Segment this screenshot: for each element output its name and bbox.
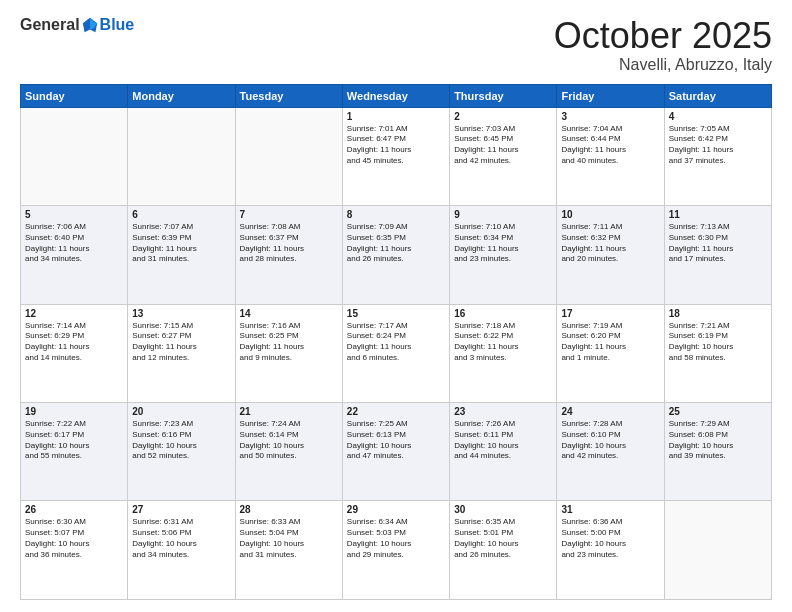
calendar-cell: 15Sunrise: 7:17 AM Sunset: 6:24 PM Dayli…	[342, 304, 449, 402]
day-number: 16	[454, 308, 552, 319]
day-info: Sunrise: 7:14 AM Sunset: 6:29 PM Dayligh…	[25, 321, 123, 364]
day-number: 26	[25, 504, 123, 515]
weekday-header-sunday: Sunday	[21, 84, 128, 107]
day-number: 10	[561, 209, 659, 220]
day-info: Sunrise: 7:16 AM Sunset: 6:25 PM Dayligh…	[240, 321, 338, 364]
calendar-week-row: 1Sunrise: 7:01 AM Sunset: 6:47 PM Daylig…	[21, 107, 772, 205]
calendar-cell: 24Sunrise: 7:28 AM Sunset: 6:10 PM Dayli…	[557, 403, 664, 501]
calendar-cell: 9Sunrise: 7:10 AM Sunset: 6:34 PM Daylig…	[450, 206, 557, 304]
page-header: General Blue October 2025 Navelli, Abruz…	[20, 16, 772, 74]
calendar-week-row: 12Sunrise: 7:14 AM Sunset: 6:29 PM Dayli…	[21, 304, 772, 402]
calendar-cell	[664, 501, 771, 600]
day-number: 28	[240, 504, 338, 515]
calendar-week-row: 19Sunrise: 7:22 AM Sunset: 6:17 PM Dayli…	[21, 403, 772, 501]
weekday-header-monday: Monday	[128, 84, 235, 107]
day-number: 11	[669, 209, 767, 220]
calendar-table: SundayMondayTuesdayWednesdayThursdayFrid…	[20, 84, 772, 600]
day-number: 21	[240, 406, 338, 417]
day-info: Sunrise: 7:23 AM Sunset: 6:16 PM Dayligh…	[132, 419, 230, 462]
calendar-cell	[128, 107, 235, 205]
calendar-cell: 23Sunrise: 7:26 AM Sunset: 6:11 PM Dayli…	[450, 403, 557, 501]
calendar-cell: 26Sunrise: 6:30 AM Sunset: 5:07 PM Dayli…	[21, 501, 128, 600]
logo-general-text: General	[20, 16, 80, 34]
day-number: 3	[561, 111, 659, 122]
calendar-week-row: 26Sunrise: 6:30 AM Sunset: 5:07 PM Dayli…	[21, 501, 772, 600]
calendar-cell: 8Sunrise: 7:09 AM Sunset: 6:35 PM Daylig…	[342, 206, 449, 304]
calendar-cell: 11Sunrise: 7:13 AM Sunset: 6:30 PM Dayli…	[664, 206, 771, 304]
day-number: 6	[132, 209, 230, 220]
day-info: Sunrise: 6:35 AM Sunset: 5:01 PM Dayligh…	[454, 517, 552, 560]
day-info: Sunrise: 6:33 AM Sunset: 5:04 PM Dayligh…	[240, 517, 338, 560]
calendar-cell: 28Sunrise: 6:33 AM Sunset: 5:04 PM Dayli…	[235, 501, 342, 600]
day-number: 31	[561, 504, 659, 515]
day-number: 5	[25, 209, 123, 220]
day-number: 8	[347, 209, 445, 220]
day-number: 20	[132, 406, 230, 417]
calendar-cell: 13Sunrise: 7:15 AM Sunset: 6:27 PM Dayli…	[128, 304, 235, 402]
calendar-cell: 19Sunrise: 7:22 AM Sunset: 6:17 PM Dayli…	[21, 403, 128, 501]
day-number: 19	[25, 406, 123, 417]
day-info: Sunrise: 7:09 AM Sunset: 6:35 PM Dayligh…	[347, 222, 445, 265]
day-number: 13	[132, 308, 230, 319]
day-number: 22	[347, 406, 445, 417]
day-info: Sunrise: 7:01 AM Sunset: 6:47 PM Dayligh…	[347, 124, 445, 167]
day-number: 29	[347, 504, 445, 515]
calendar-cell: 5Sunrise: 7:06 AM Sunset: 6:40 PM Daylig…	[21, 206, 128, 304]
day-info: Sunrise: 7:24 AM Sunset: 6:14 PM Dayligh…	[240, 419, 338, 462]
day-number: 18	[669, 308, 767, 319]
day-number: 15	[347, 308, 445, 319]
calendar-cell: 4Sunrise: 7:05 AM Sunset: 6:42 PM Daylig…	[664, 107, 771, 205]
day-number: 25	[669, 406, 767, 417]
day-info: Sunrise: 6:34 AM Sunset: 5:03 PM Dayligh…	[347, 517, 445, 560]
day-number: 24	[561, 406, 659, 417]
calendar-cell: 29Sunrise: 6:34 AM Sunset: 5:03 PM Dayli…	[342, 501, 449, 600]
day-info: Sunrise: 7:13 AM Sunset: 6:30 PM Dayligh…	[669, 222, 767, 265]
logo-blue-text: Blue	[100, 16, 135, 34]
day-info: Sunrise: 7:11 AM Sunset: 6:32 PM Dayligh…	[561, 222, 659, 265]
calendar-cell: 22Sunrise: 7:25 AM Sunset: 6:13 PM Dayli…	[342, 403, 449, 501]
day-number: 1	[347, 111, 445, 122]
calendar-cell: 20Sunrise: 7:23 AM Sunset: 6:16 PM Dayli…	[128, 403, 235, 501]
calendar-cell	[235, 107, 342, 205]
day-info: Sunrise: 6:31 AM Sunset: 5:06 PM Dayligh…	[132, 517, 230, 560]
day-number: 4	[669, 111, 767, 122]
weekday-header-wednesday: Wednesday	[342, 84, 449, 107]
day-number: 9	[454, 209, 552, 220]
calendar-cell: 18Sunrise: 7:21 AM Sunset: 6:19 PM Dayli…	[664, 304, 771, 402]
calendar-cell: 17Sunrise: 7:19 AM Sunset: 6:20 PM Dayli…	[557, 304, 664, 402]
day-info: Sunrise: 7:08 AM Sunset: 6:37 PM Dayligh…	[240, 222, 338, 265]
title-block: October 2025 Navelli, Abruzzo, Italy	[554, 16, 772, 74]
day-info: Sunrise: 7:05 AM Sunset: 6:42 PM Dayligh…	[669, 124, 767, 167]
day-info: Sunrise: 7:03 AM Sunset: 6:45 PM Dayligh…	[454, 124, 552, 167]
day-info: Sunrise: 7:07 AM Sunset: 6:39 PM Dayligh…	[132, 222, 230, 265]
calendar-cell: 1Sunrise: 7:01 AM Sunset: 6:47 PM Daylig…	[342, 107, 449, 205]
day-info: Sunrise: 7:06 AM Sunset: 6:40 PM Dayligh…	[25, 222, 123, 265]
day-number: 14	[240, 308, 338, 319]
day-info: Sunrise: 7:18 AM Sunset: 6:22 PM Dayligh…	[454, 321, 552, 364]
calendar-cell: 27Sunrise: 6:31 AM Sunset: 5:06 PM Dayli…	[128, 501, 235, 600]
day-info: Sunrise: 7:22 AM Sunset: 6:17 PM Dayligh…	[25, 419, 123, 462]
calendar-cell: 30Sunrise: 6:35 AM Sunset: 5:01 PM Dayli…	[450, 501, 557, 600]
day-number: 17	[561, 308, 659, 319]
calendar-cell	[21, 107, 128, 205]
calendar-title: October 2025	[554, 16, 772, 56]
day-info: Sunrise: 7:04 AM Sunset: 6:44 PM Dayligh…	[561, 124, 659, 167]
day-number: 27	[132, 504, 230, 515]
day-info: Sunrise: 7:10 AM Sunset: 6:34 PM Dayligh…	[454, 222, 552, 265]
day-number: 2	[454, 111, 552, 122]
day-info: Sunrise: 6:30 AM Sunset: 5:07 PM Dayligh…	[25, 517, 123, 560]
day-info: Sunrise: 7:29 AM Sunset: 6:08 PM Dayligh…	[669, 419, 767, 462]
calendar-cell: 7Sunrise: 7:08 AM Sunset: 6:37 PM Daylig…	[235, 206, 342, 304]
calendar-cell: 12Sunrise: 7:14 AM Sunset: 6:29 PM Dayli…	[21, 304, 128, 402]
calendar-cell: 14Sunrise: 7:16 AM Sunset: 6:25 PM Dayli…	[235, 304, 342, 402]
day-info: Sunrise: 7:21 AM Sunset: 6:19 PM Dayligh…	[669, 321, 767, 364]
day-number: 7	[240, 209, 338, 220]
calendar-cell: 10Sunrise: 7:11 AM Sunset: 6:32 PM Dayli…	[557, 206, 664, 304]
calendar-cell: 3Sunrise: 7:04 AM Sunset: 6:44 PM Daylig…	[557, 107, 664, 205]
calendar-cell: 2Sunrise: 7:03 AM Sunset: 6:45 PM Daylig…	[450, 107, 557, 205]
day-info: Sunrise: 7:19 AM Sunset: 6:20 PM Dayligh…	[561, 321, 659, 364]
weekday-header-friday: Friday	[557, 84, 664, 107]
day-info: Sunrise: 7:25 AM Sunset: 6:13 PM Dayligh…	[347, 419, 445, 462]
day-info: Sunrise: 7:26 AM Sunset: 6:11 PM Dayligh…	[454, 419, 552, 462]
calendar-header-row: SundayMondayTuesdayWednesdayThursdayFrid…	[21, 84, 772, 107]
